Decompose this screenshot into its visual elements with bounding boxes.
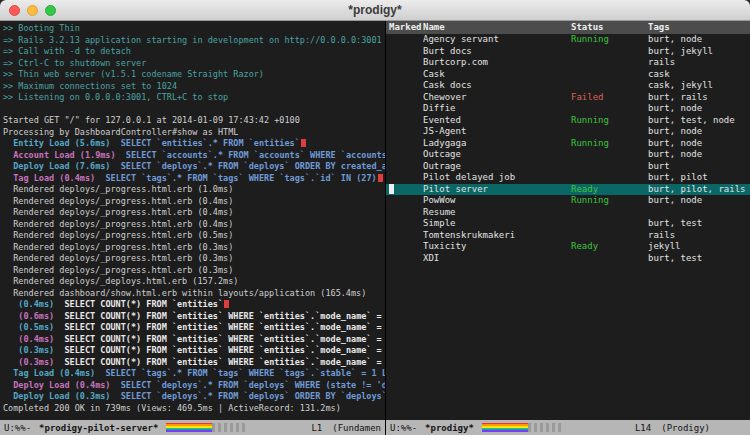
service-tags: burt, pilot (648, 172, 750, 184)
service-row[interactable]: Burt docsburt, jekyll (386, 46, 750, 58)
service-status (571, 230, 648, 242)
services-table-header: MarkedNameStatusTags (386, 21, 750, 34)
modeline-status-flags: U:%%- (390, 423, 417, 433)
terminal-window: *prodigy* >> Booting Thin=> Rails 3.2.13… (0, 0, 750, 435)
nyan-rainbow-icon (482, 423, 528, 432)
column-header-name: Name (423, 21, 571, 34)
service-row[interactable]: Outcageburt, node (386, 149, 750, 161)
service-name: Chewover (423, 92, 571, 104)
modeline-buffer-name: *prodigy-pilot-server* (39, 423, 158, 433)
log-pane[interactable]: >> Booting Thin=> Rails 3.2.13 applicati… (0, 21, 386, 435)
log-line: Completed 200 OK in 739ms (Views: 469.5m… (3, 403, 385, 415)
service-row[interactable]: Burtcorp.comrails (386, 57, 750, 69)
service-tags: burt, node (648, 149, 750, 161)
service-row[interactable]: Diffieburt, node (386, 103, 750, 115)
service-row[interactable]: Outrageburt (386, 161, 750, 173)
service-marked-cell (386, 207, 423, 219)
service-status (571, 149, 648, 161)
service-marked-cell (386, 92, 423, 104)
service-name: Pilot server (423, 184, 571, 196)
log-line: Rendered deploys/_progress.html.erb (0.4… (3, 196, 385, 208)
service-tags: cask, jekyll (648, 80, 750, 92)
service-status (571, 161, 648, 173)
service-row[interactable]: Tomtenskrukmakerirails (386, 230, 750, 242)
log-line (3, 104, 385, 116)
service-status (571, 69, 648, 81)
service-status (571, 253, 648, 265)
log-line: Started GET "/" for 127.0.0.1 at 2014-01… (3, 115, 385, 127)
service-tags: burt, node (648, 195, 750, 207)
service-row[interactable]: EventedRunningburt, test, node (386, 115, 750, 127)
service-name: Tuxicity (423, 241, 571, 253)
service-row[interactable]: Resume (386, 207, 750, 219)
service-row[interactable]: Cask docscask, jekyll (386, 80, 750, 92)
window-title: *prodigy* (0, 3, 750, 17)
service-tags: jekyll (648, 241, 750, 253)
service-status (571, 207, 648, 219)
service-tags (648, 207, 750, 219)
service-status (571, 172, 648, 184)
service-marked-cell (386, 115, 423, 127)
service-row[interactable]: ChewoverFailedburt, rails (386, 92, 750, 104)
log-line: => Ctrl-C to shutdown server (3, 58, 385, 70)
service-tags: cask (648, 69, 750, 81)
window-controls (0, 5, 56, 16)
log-line: (0.4ms) SELECT COUNT(*) FROM `entities` … (3, 334, 385, 346)
service-row[interactable]: LadygagaRunningburt, node (386, 138, 750, 150)
service-row[interactable]: PowWowRunningburt, node (386, 195, 750, 207)
log-line: Rendered deploys/_progress.html.erb (0.4… (3, 207, 385, 219)
service-name: Pilot delayed job (423, 172, 571, 184)
service-name: PowWow (423, 195, 571, 207)
service-tags: burt, node (648, 34, 750, 46)
service-marked-cell (386, 138, 423, 150)
service-marked-cell (386, 57, 423, 69)
service-row[interactable]: XDIburt, test (386, 253, 750, 265)
service-row[interactable]: Pilot delayed jobburt, pilot (386, 172, 750, 184)
service-marked-cell (386, 34, 423, 46)
service-name: XDI (423, 253, 571, 265)
service-marked-cell (386, 69, 423, 81)
service-row[interactable]: TuxicityReadyjekyll (386, 241, 750, 253)
service-name: Diffie (423, 103, 571, 115)
service-tags: burt, node (648, 103, 750, 115)
service-tags: burt, pilot, rails (648, 184, 750, 196)
service-tags: burt, jekyll (648, 46, 750, 58)
log-line: Deploy Load (7.6ms) SELECT `deploys`.* F… (3, 161, 385, 173)
service-marked-cell (386, 149, 423, 161)
service-marked-cell (386, 184, 423, 196)
right-modeline: U:%%- *prodigy* L14 (Prodigy) (386, 420, 750, 435)
service-name: JS-Agent (423, 126, 571, 138)
service-name: Ladygaga (423, 138, 571, 150)
prodigy-pane[interactable]: MarkedNameStatusTags Agency servantRunni… (386, 21, 750, 435)
service-tags: burt, node (648, 138, 750, 150)
titlebar[interactable]: *prodigy* (0, 0, 750, 21)
log-line: (0.4ms) SELECT COUNT(*) FROM `entities` (3, 299, 385, 311)
service-tags: rails (648, 230, 750, 242)
service-marked-cell (386, 230, 423, 242)
service-status (571, 80, 648, 92)
close-button[interactable] (9, 5, 20, 16)
server-log[interactable]: >> Booting Thin=> Rails 3.2.13 applicati… (0, 21, 385, 420)
minimize-button[interactable] (27, 5, 38, 16)
service-row[interactable]: Simpleburt, test (386, 218, 750, 230)
zoom-button[interactable] (45, 5, 56, 16)
service-row[interactable]: JS-Agentburt, node (386, 126, 750, 138)
service-marked-cell (386, 218, 423, 230)
service-status: Running (571, 115, 648, 127)
log-line: Entity Load (5.6ms) SELECT `entities`.* … (3, 138, 385, 150)
nyan-track-icon (528, 423, 562, 432)
log-line: (0.6ms) SELECT COUNT(*) FROM `entities` … (3, 311, 385, 323)
service-row[interactable]: Pilot serverReadyburt, pilot, rails (386, 184, 750, 196)
service-row[interactable]: Caskcask (386, 69, 750, 81)
service-marked-cell (386, 46, 423, 58)
column-header-tags: Tags (648, 21, 750, 34)
service-status: Running (571, 138, 648, 150)
service-row[interactable]: Agency servantRunningburt, node (386, 34, 750, 46)
service-name: Resume (423, 207, 571, 219)
modeline-major-mode: (Prodigy) (661, 423, 710, 433)
service-tags: burt, test (648, 218, 750, 230)
service-name: Simple (423, 218, 571, 230)
service-name: Agency servant (423, 34, 571, 46)
service-name: Cask docs (423, 80, 571, 92)
services-list[interactable]: Agency servantRunningburt, nodeBurt docs… (386, 34, 750, 420)
